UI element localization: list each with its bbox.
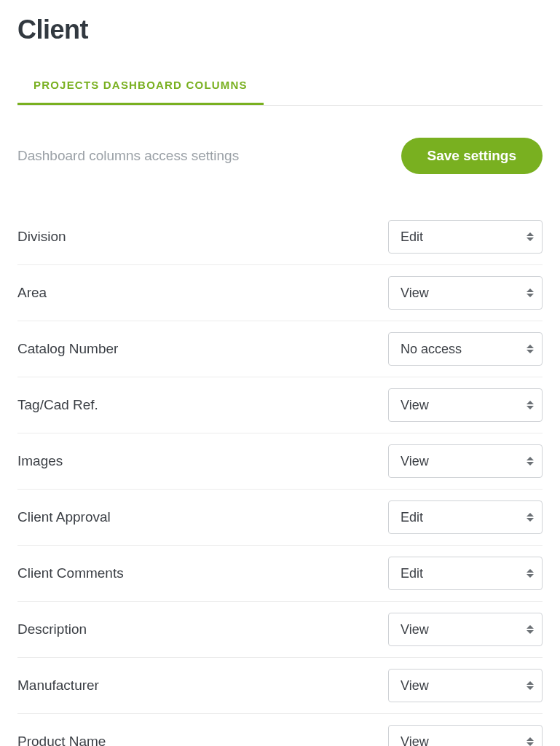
select-client-approval[interactable]: Edit	[388, 500, 543, 534]
setting-row-catalog-number: Catalog Number No access	[17, 321, 543, 377]
select-tag-cad-ref[interactable]: View	[388, 388, 543, 422]
select-manufacturer[interactable]: View	[388, 669, 543, 702]
page-title: Client	[17, 15, 543, 45]
setting-row-client-comments: Client Comments Edit	[17, 546, 543, 602]
select-value[interactable]: View	[388, 444, 543, 478]
tabs-container: PROJECTS DASHBOARD COLUMNS	[17, 66, 543, 106]
select-value[interactable]: View	[388, 388, 543, 422]
setting-label: Catalog Number	[17, 341, 118, 357]
header-row: Dashboard columns access settings Save s…	[17, 138, 543, 174]
select-value[interactable]: Edit	[388, 500, 543, 534]
select-catalog-number[interactable]: No access	[388, 332, 543, 366]
setting-row-tag-cad-ref: Tag/Cad Ref. View	[17, 377, 543, 433]
setting-label: Description	[17, 621, 87, 637]
settings-list: Division Edit Area View Catalog Number N…	[17, 209, 543, 746]
select-value[interactable]: View	[388, 725, 543, 746]
tab-projects-dashboard-columns[interactable]: PROJECTS DASHBOARD COLUMNS	[17, 66, 264, 105]
subtitle: Dashboard columns access settings	[17, 148, 239, 164]
setting-label: Product Name	[17, 734, 106, 746]
select-images[interactable]: View	[388, 444, 543, 478]
setting-label: Client Comments	[17, 565, 124, 581]
select-area[interactable]: View	[388, 276, 543, 310]
select-product-name[interactable]: View	[388, 725, 543, 746]
select-value[interactable]: Edit	[388, 220, 543, 254]
save-settings-button[interactable]: Save settings	[401, 138, 543, 174]
setting-row-division: Division Edit	[17, 209, 543, 265]
select-value[interactable]: View	[388, 669, 543, 702]
setting-label: Client Approval	[17, 509, 111, 525]
setting-row-area: Area View	[17, 265, 543, 321]
select-value[interactable]: View	[388, 276, 543, 310]
select-value[interactable]: View	[388, 613, 543, 646]
setting-row-images: Images View	[17, 433, 543, 490]
setting-label: Tag/Cad Ref.	[17, 397, 98, 413]
setting-label: Division	[17, 229, 66, 245]
setting-label: Images	[17, 453, 63, 469]
setting-row-description: Description View	[17, 602, 543, 658]
setting-label: Manufacturer	[17, 678, 99, 694]
select-description[interactable]: View	[388, 613, 543, 646]
select-value[interactable]: No access	[388, 332, 543, 366]
select-division[interactable]: Edit	[388, 220, 543, 254]
setting-row-product-name: Product Name View	[17, 714, 543, 746]
select-value[interactable]: Edit	[388, 557, 543, 590]
setting-label: Area	[17, 285, 47, 301]
setting-row-client-approval: Client Approval Edit	[17, 490, 543, 546]
setting-row-manufacturer: Manufacturer View	[17, 658, 543, 714]
select-client-comments[interactable]: Edit	[388, 557, 543, 590]
